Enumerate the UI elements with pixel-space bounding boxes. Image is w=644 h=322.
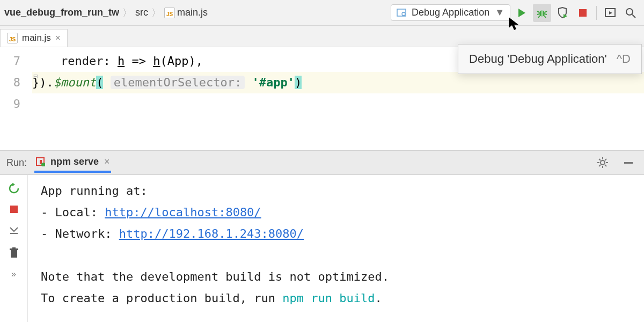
run-panel-header: Run: npm serve × [0, 150, 644, 175]
delete-button[interactable] [9, 247, 19, 259]
console-line: App running at: [41, 180, 631, 202]
close-icon[interactable]: × [55, 33, 61, 43]
console-output[interactable]: App running at: - Local: http://localhos… [28, 175, 644, 322]
window-play-icon [604, 7, 616, 19]
svg-line-22 [599, 159, 601, 160]
svg-line-24 [605, 159, 606, 160]
scroll-down-icon [8, 224, 20, 236]
trash-icon [9, 247, 19, 259]
svg-rect-10 [579, 9, 587, 17]
svg-line-6 [537, 14, 539, 14]
svg-rect-29 [11, 250, 17, 258]
svg-point-17 [601, 160, 605, 165]
play-icon [516, 8, 527, 18]
chevron-right-icon: 〉 [151, 6, 161, 19]
svg-line-13 [632, 14, 635, 18]
tooltip-text: Debug 'Debug Application' [469, 52, 607, 66]
svg-rect-27 [10, 206, 18, 213]
run-panel-body: » App running at: - Local: http://localh… [0, 175, 644, 322]
run-config-selector[interactable]: Debug Application ▼ [391, 4, 510, 21]
line-number: 9 [0, 93, 20, 115]
local-url-link[interactable]: http://localhost:8080/ [105, 206, 261, 219]
svg-rect-26 [624, 162, 633, 164]
rerun-button[interactable] [8, 182, 20, 194]
network-url-link[interactable]: http://192.168.1.243:8080/ [119, 227, 304, 240]
search-button[interactable] [621, 4, 640, 22]
chevron-down-icon: ▼ [495, 7, 504, 18]
fold-marker-icon[interactable]: ⊟ [33, 72, 38, 80]
console-line [41, 245, 631, 266]
breadcrumb-file[interactable]: main.js [177, 7, 208, 18]
editor-tab-label: main.js [22, 33, 51, 43]
stop-icon [10, 205, 18, 214]
line-gutter: 7 8 9 [0, 47, 32, 150]
run-panel-tab[interactable]: npm serve × [34, 153, 111, 173]
line-number: 8 [0, 72, 20, 93]
js-file-icon: JS [7, 33, 18, 43]
svg-rect-31 [12, 247, 16, 248]
debug-button[interactable] [533, 4, 551, 22]
tooltip-shortcut: ^D [617, 52, 631, 66]
code-line [32, 93, 644, 115]
svg-rect-30 [10, 248, 18, 250]
svg-line-9 [544, 16, 546, 18]
debug-tooltip: Debug 'Debug Application' ^D [458, 44, 642, 74]
npm-icon [35, 157, 45, 166]
bug-icon [536, 7, 548, 19]
console-line: Note that the development build is not o… [41, 266, 631, 288]
run-settings-button[interactable] [594, 153, 612, 172]
console-line: - Local: http://localhost:8080/ [41, 202, 631, 223]
svg-line-7 [545, 14, 547, 14]
browser-icon [397, 8, 406, 18]
svg-line-5 [545, 11, 547, 12]
svg-line-4 [537, 11, 539, 12]
run-side-toolbar: » [0, 175, 28, 322]
svg-line-8 [538, 16, 540, 18]
breadcrumb-project[interactable]: vue_debug_from_run_tw [4, 7, 119, 18]
run-config-label: Debug Application [412, 7, 489, 18]
shield-play-icon [557, 7, 568, 19]
top-toolbar: vue_debug_from_run_tw 〉 src 〉 JS main.js… [0, 0, 644, 26]
svg-line-23 [605, 165, 606, 166]
editor-tab[interactable]: JS main.js × [0, 29, 68, 47]
breadcrumb-folder[interactable]: src [135, 7, 148, 18]
open-toolwindow-button[interactable] [601, 4, 619, 22]
run-button[interactable] [513, 4, 531, 22]
stop-button[interactable] [574, 4, 592, 22]
gear-icon [597, 157, 609, 169]
parameter-hint: elementOrSelector: [111, 76, 245, 89]
minimize-panel-button[interactable] [619, 153, 638, 172]
svg-line-25 [599, 165, 601, 166]
code-line: }).$mount( elementOrSelector: '#app') [32, 72, 644, 93]
side-stop-button[interactable] [10, 205, 18, 214]
svg-point-12 [626, 9, 633, 15]
chevron-right-icon: 〉 [122, 6, 132, 19]
line-number: 7 [0, 50, 20, 72]
run-panel-label: Run: [6, 157, 27, 169]
rerun-icon [8, 182, 20, 194]
svg-point-1 [402, 12, 405, 16]
breadcrumb[interactable]: vue_debug_from_run_tw 〉 src 〉 JS main.js [4, 6, 208, 19]
console-line: To create a production build, run npm ru… [41, 288, 631, 309]
console-line: - Network: http://192.168.1.243:8080/ [41, 223, 631, 245]
more-button[interactable]: » [11, 269, 16, 279]
coverage-button[interactable] [553, 4, 572, 22]
scroll-to-end-button[interactable] [8, 224, 20, 236]
run-tab-label: npm serve [50, 156, 99, 167]
chevron-more-icon: » [11, 269, 16, 279]
close-icon[interactable]: × [104, 156, 110, 167]
search-icon [625, 7, 636, 19]
js-file-icon: JS [164, 8, 175, 18]
svg-point-16 [41, 163, 45, 166]
minimize-icon [623, 157, 634, 168]
stop-icon [578, 8, 588, 18]
svg-rect-15 [40, 160, 42, 164]
separator [596, 6, 597, 20]
